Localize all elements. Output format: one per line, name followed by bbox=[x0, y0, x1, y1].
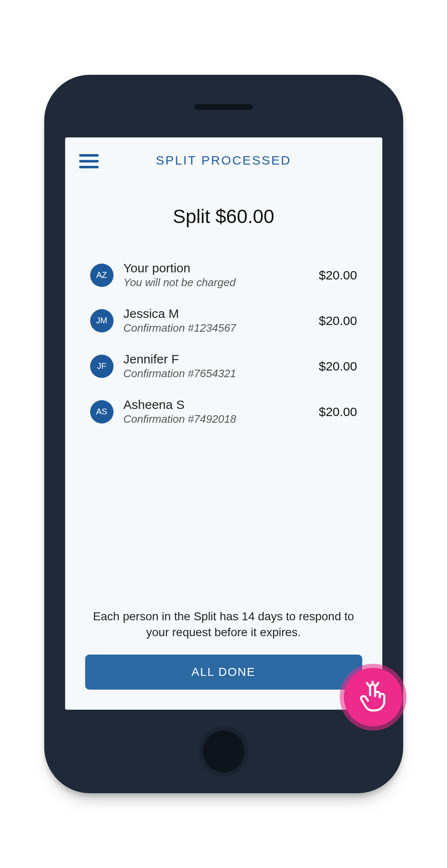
participant-sub: Confirmation #7492018 bbox=[124, 413, 314, 426]
phone-frame: SPLIT PROCESSED Split $60.00 AZ Your por… bbox=[44, 75, 403, 793]
participant-name: Your portion bbox=[124, 261, 314, 275]
participant-info: Your portion You will not be charged bbox=[124, 261, 314, 289]
participant-name: Jennifer F bbox=[124, 352, 314, 366]
participant-amount: $20.00 bbox=[319, 405, 357, 419]
all-done-button[interactable]: ALL DONE bbox=[85, 655, 362, 690]
list-item: AS Asheena S Confirmation #7492018 $20.0… bbox=[90, 398, 357, 426]
participant-amount: $20.00 bbox=[319, 268, 357, 282]
phone-speaker bbox=[194, 104, 253, 110]
participant-sub: You will not be charged bbox=[124, 276, 314, 289]
participant-sub: Confirmation #1234567 bbox=[124, 322, 314, 335]
participant-info: Asheena S Confirmation #7492018 bbox=[124, 398, 314, 426]
header: SPLIT PROCESSED bbox=[65, 137, 382, 176]
participant-amount: $20.00 bbox=[319, 314, 357, 328]
list-item: JF Jennifer F Confirmation #7654321 $20.… bbox=[90, 352, 357, 380]
avatar: AZ bbox=[90, 264, 114, 287]
split-amount: Split $60.00 bbox=[65, 205, 382, 228]
participant-info: Jennifer F Confirmation #7654321 bbox=[124, 352, 314, 380]
participant-amount: $20.00 bbox=[319, 359, 357, 373]
participant-sub: Confirmation #7654321 bbox=[124, 367, 314, 380]
participant-name: Asheena S bbox=[124, 398, 314, 412]
footer-note: Each person in the Split has 14 days to … bbox=[85, 609, 362, 640]
page-title: SPLIT PROCESSED bbox=[78, 153, 370, 168]
app-screen: SPLIT PROCESSED Split $60.00 AZ Your por… bbox=[65, 137, 382, 710]
list-item: AZ Your portion You will not be charged … bbox=[90, 261, 357, 289]
avatar: JF bbox=[90, 355, 114, 378]
avatar: JM bbox=[90, 309, 114, 332]
participant-info: Jessica M Confirmation #1234567 bbox=[124, 307, 314, 335]
home-button[interactable] bbox=[199, 726, 249, 777]
menu-icon[interactable] bbox=[79, 154, 98, 168]
avatar: AS bbox=[90, 400, 114, 424]
participant-list: AZ Your portion You will not be charged … bbox=[65, 261, 382, 609]
list-item: JM Jessica M Confirmation #1234567 $20.0… bbox=[90, 307, 357, 335]
stage: SPLIT PROCESSED Split $60.00 AZ Your por… bbox=[0, 0, 447, 868]
footer: Each person in the Split has 14 days to … bbox=[65, 609, 382, 710]
participant-name: Jessica M bbox=[124, 307, 314, 321]
